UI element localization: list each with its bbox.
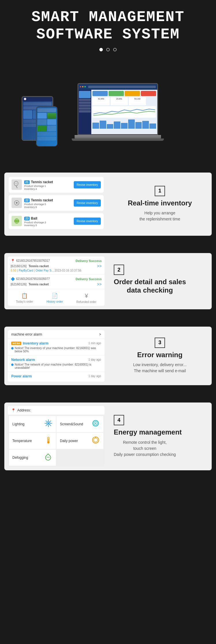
alarm-header: machine error alarm > bbox=[8, 330, 105, 339]
energy-defogging[interactable]: Defogging bbox=[9, 450, 56, 466]
section-desc-3: Low inventory, delivery error... The mac… bbox=[133, 362, 187, 374]
energy-address: 📍 Address: bbox=[8, 406, 105, 415]
alarm-left: machine error alarm > WEIMI Inventory al… bbox=[4, 327, 108, 385]
revise-button-2[interactable]: Revise inventory bbox=[74, 199, 101, 207]
item-info-2: 22 Tennis racket Product shortage:5 Inve… bbox=[24, 197, 71, 209]
item-info-1: 21 Tennis racket Product shortage:1 Inve… bbox=[24, 179, 71, 190]
svg-point-13 bbox=[47, 441, 50, 443]
today-order-icon: 📋 bbox=[21, 293, 28, 299]
section-number-3: 3 bbox=[155, 338, 165, 348]
section-desc-4: Remote control the light, touch screen D… bbox=[114, 439, 176, 458]
inventory-item: 23 Ball Product shortage:3 Inventory:5 R… bbox=[9, 213, 104, 229]
pin-icon: 📍 bbox=[11, 408, 16, 412]
hero-section: Smart Management Software System bbox=[0, 0, 216, 161]
dot-2[interactable] bbox=[106, 48, 110, 51]
order-arrow-1: >> bbox=[97, 264, 102, 268]
phone-device bbox=[36, 106, 58, 147]
hero-title: Smart Management Software System bbox=[6, 9, 210, 43]
revise-button-1[interactable]: Revise inventory bbox=[74, 181, 101, 188]
energy-daily-power[interactable]: Daily power bbox=[56, 433, 103, 449]
tab-today-order[interactable]: 📋 Today's order bbox=[16, 293, 33, 304]
svg-line-1 bbox=[16, 186, 17, 188]
alarm-item-2: Network alarm 1 day ago Notice! The netw… bbox=[8, 355, 105, 372]
section-title-2: Order detail and sales data checking bbox=[114, 278, 186, 295]
inventory-left: 21 Tennis racket Product shortage:1 Inve… bbox=[4, 173, 108, 236]
inventory-item: 21 Tennis racket Product shortage:1 Inve… bbox=[9, 177, 104, 193]
item-icon-racket1 bbox=[12, 179, 22, 190]
defogging-icon bbox=[44, 452, 52, 463]
inventory-item: 22 Tennis racket Product shortage:5 Inve… bbox=[9, 195, 104, 211]
section-desc-1: Help you arrange the replenishment time bbox=[139, 210, 180, 222]
order-row-1: 📍 621601261676515076317 Delivery Success… bbox=[8, 257, 105, 275]
error-right: 3 Error warning Low inventory, delivery … bbox=[108, 327, 212, 385]
hero-devices: 62,850 20,891 53,163 bbox=[6, 57, 210, 155]
revise-button-3[interactable]: Revise inventory bbox=[74, 218, 101, 225]
energy-screen-sound[interactable]: Screen&Sound bbox=[56, 416, 103, 432]
item-icon-ball bbox=[12, 216, 22, 226]
dot-3[interactable] bbox=[113, 48, 117, 51]
energy-right-text: 4 Energy management Remote control the l… bbox=[108, 402, 212, 470]
section-number-2: 2 bbox=[114, 265, 124, 275]
item-icon-racket2 bbox=[12, 198, 22, 208]
inventory-right: 1 Real-time inventory Help you arrange t… bbox=[108, 173, 212, 236]
hero-dots bbox=[6, 48, 210, 51]
order-right-text: 2 Order detail and sales data checking bbox=[108, 253, 212, 309]
energy-grid: Lighting Screen&Sound Temperature bbox=[8, 415, 105, 467]
alarm-item-3: Power alarm 1 day ago bbox=[8, 372, 105, 382]
energy-panel: 📍 Address: Lighting Screen&Sound bbox=[8, 406, 105, 467]
svg-point-5 bbox=[16, 202, 18, 204]
alarm-dot bbox=[11, 347, 14, 349]
section-error: machine error alarm > WEIMI Inventory al… bbox=[4, 327, 212, 385]
order-arrow-2: >> bbox=[97, 282, 102, 287]
svg-point-11 bbox=[95, 423, 96, 424]
section-title-1: Real-time inventory bbox=[128, 199, 192, 207]
history-order-icon: 📄 bbox=[52, 293, 58, 299]
laptop-device: 62,850 20,891 53,163 bbox=[69, 83, 167, 152]
dot-1[interactable] bbox=[99, 48, 103, 51]
alarm-dot-2 bbox=[11, 364, 14, 366]
tab-refunded-order[interactable]: ¥ Refunded order bbox=[76, 293, 96, 304]
section-number-4: 4 bbox=[114, 415, 124, 425]
energy-temperature[interactable]: Temperature bbox=[9, 433, 56, 449]
temperature-icon bbox=[44, 436, 52, 446]
order-left: 📍 621601261676515076317 Delivery Success… bbox=[4, 253, 108, 309]
order-panel: 📍 621601261676515076317 Delivery Success… bbox=[8, 257, 105, 306]
tab-history-order[interactable]: 📄 History order bbox=[46, 293, 63, 304]
svg-point-8 bbox=[48, 422, 49, 424]
section-energy: 4 Energy management Remote control the l… bbox=[4, 402, 212, 470]
screen-sound-icon bbox=[91, 419, 100, 429]
section-title-4: Energy management bbox=[114, 428, 182, 437]
section-order: 2 Order detail and sales data checking 📍… bbox=[4, 253, 212, 309]
energy-left: 📍 Address: Lighting Screen&Sound bbox=[4, 402, 108, 470]
refunded-order-icon: ¥ bbox=[85, 293, 88, 299]
section-number-1: 1 bbox=[155, 186, 165, 196]
alarm-panel: machine error alarm > WEIMI Inventory al… bbox=[8, 330, 105, 382]
svg-point-16 bbox=[94, 438, 98, 442]
order-tabs: 📋 Today's order 📄 History order ¥ Refund… bbox=[8, 289, 105, 306]
section-inventory: 21 Tennis racket Product shortage:1 Inve… bbox=[4, 173, 212, 236]
item-info-3: 23 Ball Product shortage:3 Inventory:5 bbox=[24, 216, 71, 227]
order-row-2: 🔷 621601261676515035077 Delivery Success… bbox=[8, 275, 105, 289]
alarm-item-1: WEIMI Inventory alarm 1 min ago Notice! … bbox=[8, 339, 105, 355]
section-title-3: Error warning bbox=[137, 351, 182, 359]
daily-power-icon bbox=[91, 436, 100, 446]
energy-lighting[interactable]: Lighting bbox=[9, 416, 56, 432]
lighting-icon bbox=[44, 419, 52, 429]
